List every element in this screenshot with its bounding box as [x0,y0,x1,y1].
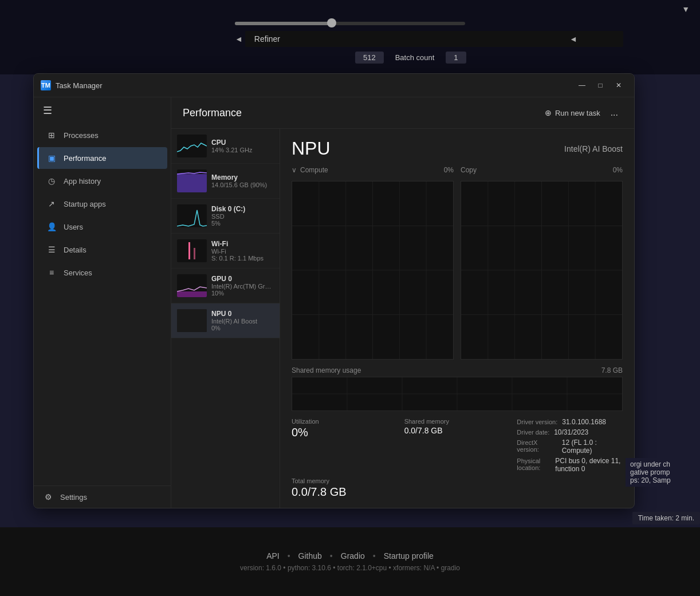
run-new-task-button[interactable]: ⊕ Run new task [539,105,606,121]
startup-apps-icon: ↗ [46,199,57,209]
npu-title: NPU [292,138,331,159]
driver-version-label: Driver version: [517,419,557,425]
background-app: ▼ ◄ Refiner ◄ 512 Batch count 1 [0,0,700,74]
bg-slider-container [235,18,465,29]
sidebar-settings[interactable]: ⚙ Settings [34,486,171,508]
device-item-disk[interactable]: Disk 0 (C:) SSD 5% [171,199,280,234]
shared-memory-stat-value: 0.0/7.8 GB [404,426,510,435]
device-item-gpu[interactable]: GPU 0 Intel(R) Arc(TM) Graph... 10% [171,269,280,303]
svg-rect-4 [177,309,207,332]
details-icon: ☰ [46,244,57,255]
wifi-name: Wi-Fi [211,240,274,248]
maximize-button[interactable]: □ [592,78,609,92]
users-icon: 👤 [46,222,57,232]
shared-memory-stat-label: Shared memory [404,418,510,425]
cpu-name: CPU [211,139,274,147]
batch-count-label: Batch count [395,53,435,62]
memory-sub: 14.0/15.6 GB (90%) [211,181,274,188]
bg-slider-thumb[interactable] [327,18,336,27]
github-link[interactable]: Github [298,551,322,561]
side-text-panel: orgi under ch gative promp ps: 20, Samp [626,458,700,487]
npu-subtitle: Intel(R) AI Boost [564,144,623,153]
sidebar: ☰ ⊞ Processes ▣ Performance ◷ App histor… [34,97,171,508]
minimize-button[interactable]: — [573,78,591,92]
sidebar-menu-button[interactable]: ☰ [34,97,171,124]
cpu-info: CPU 14% 3.21 GHz [211,139,274,153]
total-memory-label: Total memory [292,477,623,484]
disk-pct: 5% [211,220,274,227]
device-item-npu[interactable]: NPU 0 Intel(R) AI Boost 0% [171,303,280,338]
sidebar-item-performance[interactable]: ▣ Performance [37,147,167,169]
npu-info: NPU 0 Intel(R) AI Boost 0% [211,310,274,331]
sidebar-item-app-history[interactable]: ◷ App history [37,170,167,192]
gradio-link[interactable]: Gradio [341,551,365,561]
close-button[interactable]: ✕ [610,78,627,92]
cpu-thumbnail [177,135,207,157]
bg-left-arrow[interactable]: ◄ [235,34,243,44]
more-options-button[interactable]: ... [606,104,623,121]
stat-utilization: Utilization 0% [292,418,398,473]
npu-detail-view: NPU Intel(R) AI Boost ∨ Compute 0% Copy [280,129,634,508]
bg-slider-fill [235,22,332,25]
batch-count-badge: 1 [446,52,466,64]
bg-right-arrow[interactable]: ◄ [569,34,577,44]
disk-sparkline [177,204,207,227]
api-link[interactable]: API [266,551,280,561]
copy-pct: 0% [613,166,623,174]
device-item-memory[interactable]: Memory 14.0/15.6 GB (90%) [171,164,280,199]
more-options-icon: ... [611,108,618,117]
app-history-label: App history [64,177,101,185]
memory-name: Memory [211,173,274,181]
device-item-wifi[interactable]: Wi-Fi Wi-Fi S: 0.1 R: 1.1 Mbps [171,234,280,269]
disk-name: Disk 0 (C:) [211,205,274,213]
npu-sparkline [177,309,207,332]
app-icon: TM [41,80,51,90]
startup-profile-link[interactable]: Startup profile [384,551,434,561]
driver-date-row: Driver date: 10/31/2023 [517,428,623,436]
bottom-links: API • Github • Gradio • Startup profile [266,551,434,561]
task-manager-window: TM Task Manager — □ ✕ ☰ ⊞ Processes ▣ Pe… [33,73,635,508]
shared-mem-label: Shared memory usage [292,366,361,374]
directx-row: DirectX version: 12 (FL 1.0 : Compute) [517,439,623,455]
gpu-pct: 10% [211,290,274,297]
side-text-2: gative promp [630,468,695,476]
dot3: • [373,551,376,561]
compute-label: Compute [300,166,328,174]
details-label: Details [64,246,86,254]
performance-title: Performance [183,107,539,119]
driver-version-value: 31.0.100.1688 [562,418,606,426]
bg-dropdown-arrow[interactable]: ▼ [682,5,690,14]
startup-apps-label: Startup apps [64,200,106,208]
dot2: • [330,551,333,561]
bottom-bar: API • Github • Gradio • Startup profile … [0,527,700,596]
npu-pct: 0% [211,325,274,331]
driver-date-value: 10/31/2023 [554,428,588,436]
svg-rect-0 [177,174,207,192]
wifi-sub: Wi-Fi [211,248,274,255]
sidebar-item-services[interactable]: ≡ Services [37,262,167,283]
device-item-cpu[interactable]: CPU 14% 3.21 GHz [171,129,280,164]
performance-body: CPU 14% 3.21 GHz Memor [171,129,634,508]
stat-total-memory: Total memory 0.0/7.8 GB [292,477,623,499]
sidebar-item-processes[interactable]: ⊞ Processes [37,124,167,146]
stat-shared-memory: Shared memory 0.0/7.8 GB [404,418,510,473]
sidebar-spacer [34,284,171,486]
sidebar-item-users[interactable]: 👤 Users [37,216,167,238]
refiner-text: Refiner [254,34,280,44]
copy-chart [461,181,623,360]
run-new-task-label: Run new task [555,109,600,117]
npu-thumbnail [177,309,207,332]
sidebar-item-startup-apps[interactable]: ↗ Startup apps [37,193,167,215]
shared-mem-label-row: Shared memory usage 7.8 GB [292,366,623,374]
cpu-sub: 14% 3.21 GHz [211,147,274,153]
performance-icon: ▣ [46,153,57,163]
titlebar: TM Task Manager — □ ✕ [34,74,634,97]
time-taken-badge: Time taken: 2 min. [632,512,700,524]
total-memory-value: 0.0/7.8 GB [292,486,623,499]
sidebar-item-details[interactable]: ☰ Details [37,239,167,260]
right-panel: Performance ⊕ Run new task ... [171,97,634,508]
compute-chevron[interactable]: ∨ [292,166,297,174]
side-text-1: orgi under ch [630,460,695,468]
settings-label: Settings [60,493,87,502]
run-task-icon: ⊕ [545,108,552,117]
